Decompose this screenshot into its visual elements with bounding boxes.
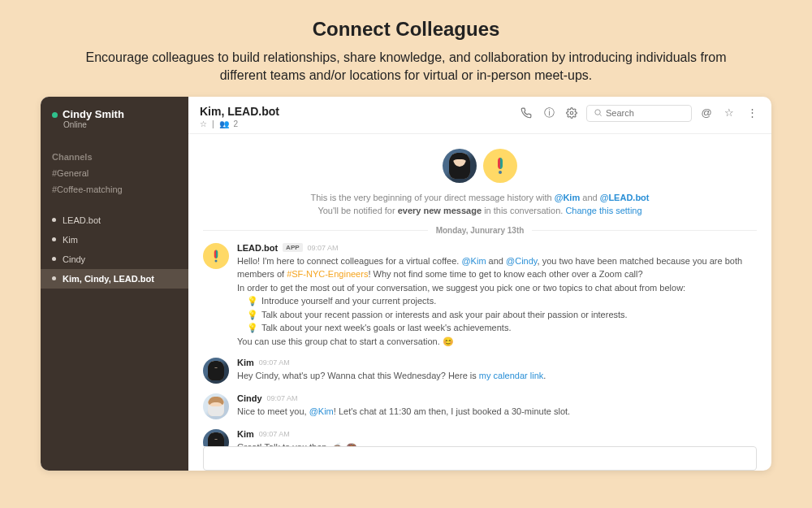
conversation-intro: This is the very beginning of your direc… (203, 191, 757, 218)
page-title: Connect Colleagues (65, 18, 747, 41)
message-time: 09:07 AM (267, 394, 298, 402)
message-time: 09:07 AM (259, 358, 290, 367)
change-setting-link[interactable]: Change this setting (565, 206, 641, 215)
bulb-icon: 💡 (247, 294, 258, 308)
mention-kim[interactable]: @Kim (555, 193, 581, 202)
bulb-icon: 💡 (247, 321, 258, 335)
channel-general[interactable]: #General (41, 165, 188, 181)
message-text: Nice to meet you, @Kim! Let's chat at 11… (237, 405, 757, 419)
members-icon[interactable]: 👥 (219, 119, 229, 128)
dm-cindy[interactable]: Cindy (41, 250, 188, 269)
svg-point-2 (499, 171, 502, 174)
dm-kim[interactable]: Kim (41, 230, 188, 250)
gear-icon[interactable] (564, 105, 580, 121)
message-time: 09:07 AM (308, 244, 339, 252)
user-name: Cindy Smith (52, 108, 177, 120)
search-input[interactable] (606, 108, 685, 118)
star-icon[interactable]: ☆ (200, 119, 207, 128)
main-pane: Kim, LEAD.bot ☆ | 👥 2 ⓘ (188, 97, 771, 471)
message-time: 09:07 AM (259, 430, 290, 438)
mention-cindy[interactable]: @Cindy (506, 256, 537, 266)
svg-point-1 (595, 110, 600, 115)
avatar-kim[interactable] (443, 149, 477, 183)
channel-coffee-matching[interactable]: #Coffee-matching (41, 181, 188, 198)
sender-name: Kim (237, 429, 254, 439)
avatar-kim-msg[interactable] (203, 429, 229, 446)
member-count: 2 (234, 119, 239, 128)
svg-point-3 (215, 259, 218, 262)
star-toolbar-icon[interactable]: ☆ (721, 105, 737, 121)
sender-name: Kim (237, 358, 254, 367)
message-kim-2: Kim 09:07 AM Great! Talk to you then. ☕ … (203, 429, 757, 446)
avatar-kim-msg[interactable] (203, 358, 229, 384)
search-box[interactable] (586, 105, 692, 122)
page-subtitle: Encourage colleagues to build relationsh… (65, 49, 747, 85)
mention-kim[interactable]: @Kim (461, 256, 486, 266)
date-divider: Monday, Junurary 13th (203, 226, 757, 235)
message-list: This is the very beginning of your direc… (188, 134, 771, 446)
avatar-leadbot-msg[interactable] (203, 243, 229, 269)
svg-point-0 (570, 111, 573, 115)
phone-icon[interactable] (518, 105, 534, 121)
message-leadbot: LEAD.bot APP 09:07 AM Hello! I'm here to… (203, 243, 757, 349)
chat-app: Cindy Smith Online Channels #General #Co… (41, 97, 771, 471)
channels-label: Channels (41, 137, 188, 165)
avatar-cindy-msg[interactable] (203, 393, 229, 419)
app-badge: APP (283, 243, 302, 252)
message-kim-1: Kim 09:07 AM Hey Cindy, what's up? Wanna… (203, 358, 757, 384)
dm-group[interactable]: Kim, Cindy, LEAD.bot (41, 269, 188, 289)
search-icon (594, 108, 603, 119)
mention-leadbot[interactable]: @LEAD.bot (600, 193, 650, 202)
sender-name: Cindy (237, 393, 262, 403)
topbar: Kim, LEAD.bot ☆ | 👥 2 ⓘ (188, 97, 771, 134)
divider: | (212, 119, 214, 128)
message-text: Great! Talk to you then. ☕ 🍩 (237, 441, 757, 446)
participant-avatars (203, 142, 757, 191)
bulb-icon: 💡 (247, 308, 258, 322)
dm-leadbot[interactable]: LEAD.bot (41, 211, 188, 230)
message-cindy: Cindy 09:07 AM Nice to meet you, @Kim! L… (203, 393, 757, 419)
calendar-link[interactable]: my calendar link (479, 371, 543, 380)
current-user[interactable]: Cindy Smith Online (41, 108, 188, 137)
sender-name: LEAD.bot (237, 243, 278, 253)
message-text: Hello! I'm here to connect colleagues fo… (237, 254, 757, 349)
sidebar: Cindy Smith Online Channels #General #Co… (41, 97, 188, 471)
info-icon[interactable]: ⓘ (541, 105, 557, 121)
more-icon[interactable]: ⋮ (744, 105, 760, 121)
message-composer[interactable] (203, 446, 757, 471)
conversation-title: Kim, LEAD.bot (200, 105, 279, 118)
user-status: Online (63, 120, 177, 129)
avatar-leadbot[interactable] (483, 149, 517, 183)
mention-kim[interactable]: @Kim (309, 406, 334, 416)
at-icon[interactable]: @ (698, 105, 715, 121)
hashtag-channel[interactable]: #SF-NYC-Engineers (287, 269, 368, 279)
message-text: Hey Cindy, what's up? Wanna chat this We… (237, 369, 757, 383)
